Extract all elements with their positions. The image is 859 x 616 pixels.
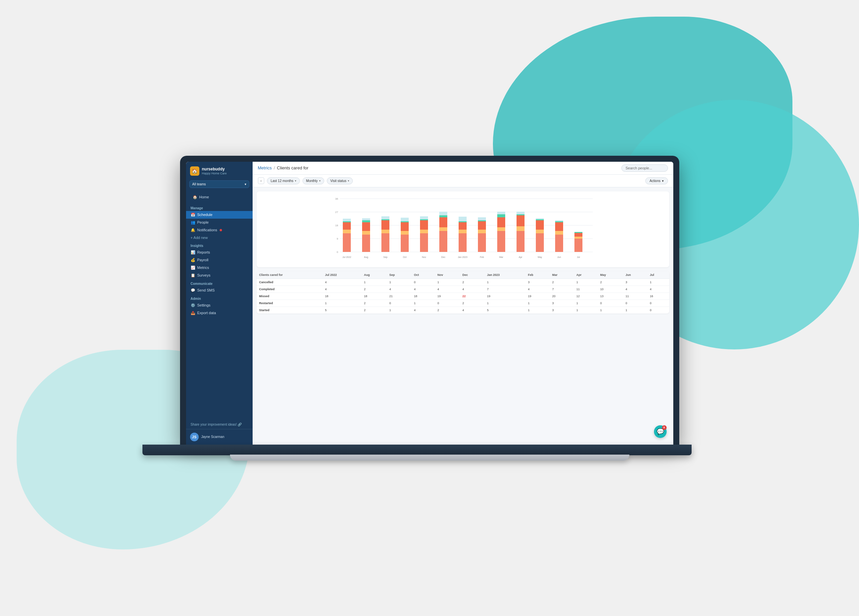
svg-rect-31 (401, 221, 409, 222)
svg-rect-12 (343, 222, 351, 229)
send-sms-label: Send SMS (197, 288, 215, 292)
svg-rect-73 (536, 219, 544, 220)
svg-text:Dec: Dec (441, 256, 445, 258)
schedule-label: Schedule (197, 213, 213, 217)
svg-rect-16 (362, 235, 370, 252)
missed-feb: 19 (525, 293, 550, 299)
restarted-feb: 1 (525, 299, 550, 307)
metrics-label: Metrics (197, 265, 209, 270)
people-label: People (197, 220, 209, 224)
svg-rect-20 (362, 218, 370, 220)
sidebar-item-export-data[interactable]: 📤 Export data (186, 309, 253, 317)
filters-row: ‹ Last 12 months ▾ Monthly ▾ Visit statu… (253, 175, 673, 187)
svg-rect-79 (555, 221, 563, 222)
sidebar-item-reports[interactable]: 📊 Reports (186, 249, 253, 256)
svg-text:Jul 2022: Jul 2022 (342, 256, 351, 258)
completed-jul22: 4 (322, 285, 361, 293)
restarted-dec: 2 (460, 299, 484, 307)
completed-nov: 4 (435, 285, 460, 293)
laptop-screen: 🏠 nursebuddy Happy Home Care All teams ▾ (186, 162, 673, 444)
svg-rect-47 (459, 229, 467, 233)
svg-text:36: 36 (335, 197, 338, 200)
cancelled-jan23: 1 (484, 279, 525, 285)
frequency-filter[interactable]: Monthly ▾ (303, 177, 324, 184)
svg-rect-72 (536, 220, 544, 229)
missed-dec: 22 (460, 293, 484, 299)
metrics-table: Clients cared for Jul 2022 Aug Sep Oct N… (257, 271, 669, 313)
teams-select[interactable]: All teams ▾ (189, 180, 249, 188)
period-label: Last 12 months (270, 179, 293, 183)
started-jul22: 5 (322, 307, 361, 313)
sidebar-item-surveys[interactable]: 📋 Surveys (186, 271, 253, 279)
table-header-jul22: Jul 2022 (322, 271, 361, 279)
sidebar-user[interactable]: JS Jayne Scarman (186, 429, 253, 444)
svg-text:Aug: Aug (364, 256, 368, 259)
sidebar-item-send-sms[interactable]: 💬 Send SMS (186, 287, 253, 294)
sidebar-item-settings[interactable]: ⚙️ Settings (186, 301, 253, 309)
svg-text:0: 0 (336, 251, 338, 254)
cancelled-oct: 0 (411, 279, 435, 285)
svg-rect-60 (497, 217, 505, 227)
svg-rect-34 (420, 233, 428, 252)
completed-apr: 11 (574, 285, 598, 293)
svg-rect-49 (459, 221, 467, 222)
table-header-jun: Jun (623, 271, 647, 279)
actions-button[interactable]: Actions ▾ (645, 177, 668, 184)
sidebar-item-people[interactable]: 👥 People (186, 218, 253, 226)
nav-prev-button[interactable]: ‹ (258, 177, 265, 184)
completed-jan23: 7 (484, 285, 525, 293)
svg-rect-30 (401, 222, 409, 231)
logo-icon: 🏠 (190, 166, 199, 176)
completed-dec: 4 (460, 285, 484, 293)
missed-may: 13 (597, 293, 623, 299)
sidebar-item-schedule[interactable]: 📅 Schedule (186, 211, 253, 218)
svg-rect-66 (517, 215, 525, 226)
period-filter[interactable]: Last 12 months ▾ (267, 177, 300, 184)
svg-rect-44 (439, 212, 447, 215)
chat-bubble[interactable]: 💬 8 (654, 425, 667, 438)
svg-rect-59 (497, 227, 505, 231)
row-label-completed: Completed (257, 285, 322, 293)
actions-caret-icon: ▾ (662, 179, 664, 183)
visit-status-caret-icon: ▾ (348, 179, 349, 182)
cancelled-may: 2 (597, 279, 623, 285)
main-content: Metrics / Clients cared for Search peopl… (253, 162, 673, 444)
svg-rect-85 (575, 232, 583, 233)
svg-rect-29 (401, 231, 409, 235)
sms-icon: 💬 (191, 288, 195, 293)
completed-feb: 4 (525, 285, 550, 293)
laptop-bezel: 🏠 nursebuddy Happy Home Care All teams ▾ (180, 156, 679, 444)
sidebar-share-ideas[interactable]: Share your improvement ideas! 🔗 (186, 420, 253, 429)
missed-jun: 11 (623, 293, 647, 299)
table-header-oct: Oct (411, 271, 435, 279)
visit-status-filter[interactable]: Visit status ▾ (327, 177, 353, 184)
sidebar-item-notifications[interactable]: 🔔 Notifications (186, 226, 253, 234)
cancelled-dec: 2 (460, 279, 484, 285)
completed-jun: 4 (623, 285, 647, 293)
sidebar-add-new[interactable]: + Add new (186, 234, 253, 241)
teams-dropdown[interactable]: All teams ▾ (189, 180, 249, 188)
svg-rect-14 (343, 218, 351, 221)
people-icon: 👥 (191, 220, 195, 225)
svg-rect-74 (536, 218, 544, 219)
svg-rect-82 (575, 239, 583, 252)
started-feb: 1 (525, 307, 550, 313)
restarted-jul: 0 (647, 299, 669, 307)
restarted-nov: 0 (435, 299, 460, 307)
completed-oct: 4 (411, 285, 435, 293)
chart-container: 36 27 18 9 0 Jul 2022 (257, 191, 669, 267)
payroll-label: Payroll (197, 258, 209, 262)
frequency-label: Monthly (306, 179, 318, 183)
started-jul: 0 (647, 307, 669, 313)
missed-apr: 12 (574, 293, 598, 299)
sidebar-item-metrics[interactable]: 📈 Metrics (186, 264, 253, 271)
svg-rect-61 (497, 214, 505, 217)
sidebar-item-home[interactable]: 🏠 Home (191, 193, 248, 201)
sidebar: 🏠 nursebuddy Happy Home Care All teams ▾ (186, 162, 253, 444)
sidebar-item-payroll[interactable]: 💰 Payroll (186, 256, 253, 264)
row-label-started: Started (257, 307, 322, 313)
breadcrumb-link[interactable]: Metrics (258, 165, 272, 170)
search-input[interactable]: Search people... (622, 164, 668, 172)
svg-text:Mar: Mar (499, 256, 503, 258)
table-header-feb: Feb (525, 271, 550, 279)
